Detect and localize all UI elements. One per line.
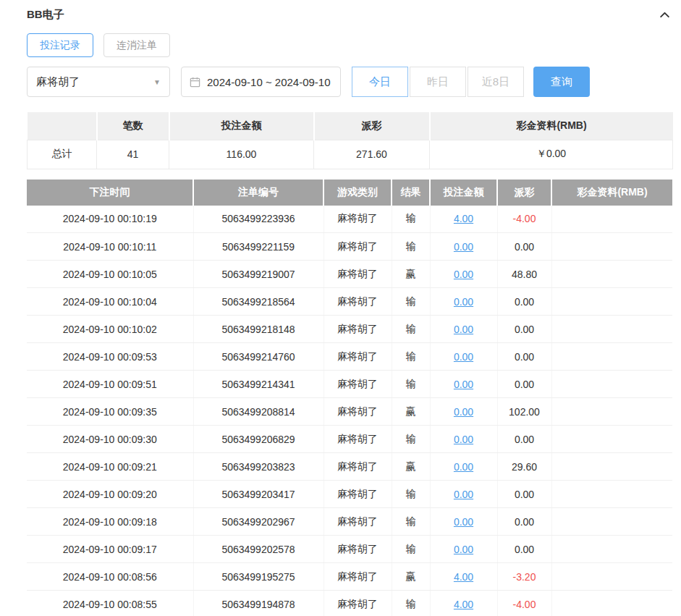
cell-bonus — [551, 508, 672, 536]
cell-order-id: 5063499218148 — [193, 316, 323, 343]
cell-result: 输 — [392, 508, 430, 536]
cell-payout: -4.00 — [497, 591, 551, 616]
cell-game-type: 麻将胡了 — [323, 371, 392, 398]
collapse-button[interactable] — [657, 7, 672, 22]
cell-bonus — [551, 233, 672, 261]
bet-amount-link[interactable]: 0.00 — [454, 269, 473, 280]
bet-amount-link[interactable]: 4.00 — [454, 599, 473, 610]
table-row: 2024-09-10 00:10:02 5063499218148 麻将胡了 输… — [27, 316, 672, 343]
bet-amount-link[interactable]: 0.00 — [454, 351, 473, 363]
cell-bonus — [551, 591, 672, 616]
records-header-game-type: 游戏类别 — [323, 180, 392, 206]
bet-amount-link[interactable]: 0.00 — [454, 379, 473, 390]
cell-bet-amount: 0.00 — [430, 536, 497, 563]
cell-order-id: 5063499221159 — [193, 233, 323, 261]
table-row: 2024-09-10 00:08:55 5063499194878 麻将胡了 输… — [27, 591, 672, 616]
cell-game-type: 麻将胡了 — [323, 481, 392, 508]
cell-payout: -3.20 — [497, 563, 551, 591]
cell-bet-time: 2024-09-10 00:09:18 — [27, 508, 193, 536]
cell-payout: 0.00 — [497, 536, 551, 563]
cell-game-type: 麻将胡了 — [323, 453, 392, 481]
bet-amount-link[interactable]: 4.00 — [454, 213, 473, 224]
cell-order-id: 5063499218564 — [193, 288, 323, 316]
table-row: 2024-09-10 00:09:53 5063499214760 麻将胡了 输… — [27, 343, 672, 371]
cell-bonus — [551, 398, 672, 426]
game-select[interactable]: 麻将胡了 ▼ — [27, 67, 170, 97]
filter-bar: 麻将胡了 ▼ 2024-09-10 ~ 2024-09-10 今日 昨日 近8日… — [27, 67, 672, 97]
page-title: BB电子 — [27, 8, 64, 22]
cell-payout: 102.00 — [497, 398, 551, 426]
summary-header-bonus: 彩金资料(RMB) — [430, 112, 673, 140]
bet-amount-link[interactable]: 0.00 — [454, 461, 473, 473]
cell-bet-amount: 0.00 — [430, 316, 497, 343]
cell-bonus — [551, 536, 672, 563]
cell-result: 输 — [392, 536, 430, 563]
bet-amount-link[interactable]: 0.00 — [454, 434, 473, 445]
summary-total-bonus: ￥0.00 — [430, 140, 673, 169]
cell-order-id: 5063499219007 — [193, 261, 323, 288]
bet-amount-link[interactable]: 0.00 — [454, 241, 473, 253]
records-header-bet-amount: 投注金额 — [430, 180, 497, 206]
cell-bonus — [551, 481, 672, 508]
cell-game-type: 麻将胡了 — [323, 563, 392, 591]
panel-header: BB电子 — [27, 6, 672, 23]
summary-header-blank — [28, 112, 97, 140]
bet-amount-link[interactable]: 0.00 — [454, 324, 473, 335]
cell-bet-amount: 0.00 — [430, 371, 497, 398]
bet-amount-link[interactable]: 4.00 — [454, 571, 473, 583]
search-button[interactable]: 查询 — [533, 67, 590, 97]
cell-bet-amount: 0.00 — [430, 261, 497, 288]
bet-amount-link[interactable]: 0.00 — [454, 544, 473, 555]
cell-order-id: 5063499203823 — [193, 453, 323, 481]
chevron-down-icon: ▼ — [153, 78, 161, 86]
date-range-input[interactable]: 2024-09-10 ~ 2024-09-10 — [181, 67, 341, 97]
cell-order-id: 5063499214760 — [193, 343, 323, 371]
cell-bonus — [551, 563, 672, 591]
cell-bet-amount: 0.00 — [430, 426, 497, 453]
quick-today-button[interactable]: 今日 — [352, 67, 408, 97]
summary-header-count: 笔数 — [97, 112, 169, 140]
cell-game-type: 麻将胡了 — [323, 343, 392, 371]
cell-bet-amount: 0.00 — [430, 481, 497, 508]
cell-bonus — [551, 316, 672, 343]
cell-bonus — [551, 426, 672, 453]
cell-bet-time: 2024-09-10 00:10:05 — [27, 261, 193, 288]
cell-game-type: 麻将胡了 — [323, 288, 392, 316]
cell-bet-time: 2024-09-10 00:09:51 — [27, 371, 193, 398]
table-row: 2024-09-10 00:09:17 5063499202578 麻将胡了 输… — [27, 536, 672, 563]
table-row: 2024-09-10 00:09:30 5063499206829 麻将胡了 输… — [27, 426, 672, 453]
tab-bet-records[interactable]: 投注记录 — [27, 33, 93, 57]
cell-game-type: 麻将胡了 — [323, 316, 392, 343]
cell-result: 输 — [392, 426, 430, 453]
cell-result: 输 — [392, 343, 430, 371]
cell-result: 输 — [392, 316, 430, 343]
table-row: 2024-09-10 00:10:11 5063499221159 麻将胡了 输… — [27, 233, 672, 261]
bet-amount-link[interactable]: 0.00 — [454, 296, 473, 308]
cell-result: 输 — [392, 591, 430, 616]
bet-amount-link[interactable]: 0.00 — [454, 489, 473, 500]
cell-game-type: 麻将胡了 — [323, 398, 392, 426]
cell-game-type: 麻将胡了 — [323, 536, 392, 563]
records-table: 下注时间 注单编号 游戏类别 结果 投注金额 派彩 彩金资料(RMB) 2024… — [27, 180, 672, 616]
cell-bet-time: 2024-09-10 00:08:56 — [27, 563, 193, 591]
quick-yesterday-button[interactable]: 昨日 — [410, 67, 466, 97]
cell-bet-time: 2024-09-10 00:10:04 — [27, 288, 193, 316]
cell-payout: 0.00 — [497, 343, 551, 371]
table-row: 2024-09-10 00:09:51 5063499214341 麻将胡了 输… — [27, 371, 672, 398]
bet-amount-link[interactable]: 0.00 — [454, 406, 473, 418]
cell-bet-amount: 4.00 — [430, 591, 497, 616]
summary-header-row: 笔数 投注金额 派彩 彩金资料(RMB) — [28, 112, 673, 140]
cell-payout: -4.00 — [497, 206, 551, 233]
cell-payout: 0.00 — [497, 288, 551, 316]
bet-amount-link[interactable]: 0.00 — [454, 516, 473, 528]
records-header-row: 下注时间 注单编号 游戏类别 结果 投注金额 派彩 彩金资料(RMB) — [27, 180, 672, 206]
cell-bet-amount: 0.00 — [430, 343, 497, 371]
cell-game-type: 麻将胡了 — [323, 426, 392, 453]
quick-last8days-button[interactable]: 近8日 — [468, 67, 524, 97]
cell-bet-time: 2024-09-10 00:09:17 — [27, 536, 193, 563]
cell-order-id: 5063499208814 — [193, 398, 323, 426]
cell-result: 输 — [392, 233, 430, 261]
cell-bonus — [551, 206, 672, 233]
tab-cancelled-orders[interactable]: 连消注单 — [103, 33, 170, 57]
table-row: 2024-09-10 00:10:04 5063499218564 麻将胡了 输… — [27, 288, 672, 316]
